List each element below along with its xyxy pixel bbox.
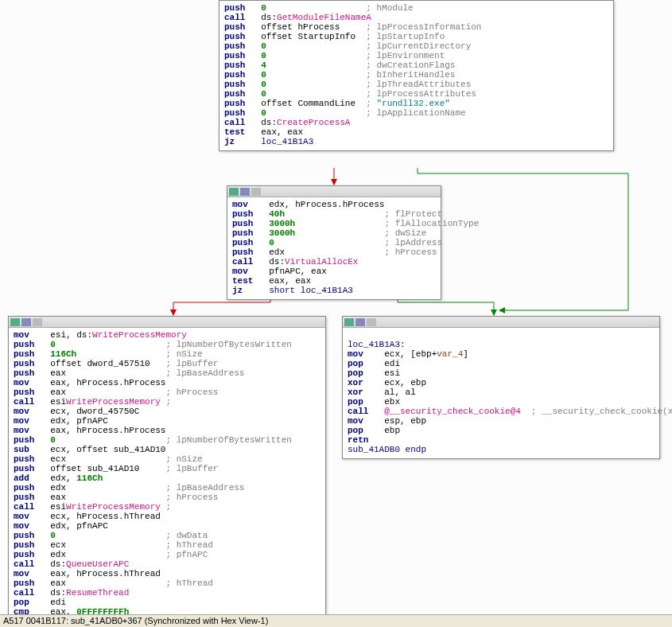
svg-marker-3	[491, 310, 497, 316]
graph-node-writeprocmem[interactable]: mov esi, ds:WriteProcessMemory push 0 ; …	[8, 316, 326, 621]
node-header	[9, 317, 325, 328]
graph-node-virtualalloc[interactable]: mov edx, hProcess.hProcess push 40h ; fl…	[227, 185, 441, 300]
graph-node-createprocess[interactable]: push 0 ; hModule call ds:GetModuleFileNa…	[219, 0, 614, 151]
chart-icon[interactable]	[240, 188, 250, 196]
svg-marker-0	[331, 179, 337, 185]
collapse-icon[interactable]	[10, 318, 20, 326]
svg-marker-2	[170, 310, 177, 316]
chart-icon[interactable]	[355, 318, 365, 326]
disasm-body: loc_41B1A3: mov ecx, [ebp+var_4] pop edi…	[343, 328, 659, 458]
disasm-body: mov edx, hProcess.hProcess push 40h ; fl…	[227, 197, 441, 299]
chart-icon[interactable]	[21, 318, 31, 326]
view-icon[interactable]	[33, 318, 42, 326]
collapse-icon[interactable]	[229, 188, 239, 196]
disasm-body: push 0 ; hModule call ds:GetModuleFileNa…	[219, 1, 613, 150]
disasm-body: mov esi, ds:WriteProcessMemory push 0 ; …	[9, 328, 325, 627]
node-header	[227, 186, 441, 197]
view-icon[interactable]	[251, 188, 261, 196]
collapse-icon[interactable]	[344, 318, 354, 326]
view-icon[interactable]	[367, 318, 376, 326]
svg-marker-1	[499, 307, 505, 314]
status-bar: A517 0041B117: sub_41ADB0+367 (Synchroni…	[0, 614, 672, 627]
graph-node-epilogue[interactable]: loc_41B1A3: mov ecx, [ebp+var_4] pop edi…	[342, 316, 660, 459]
node-header	[343, 317, 659, 328]
